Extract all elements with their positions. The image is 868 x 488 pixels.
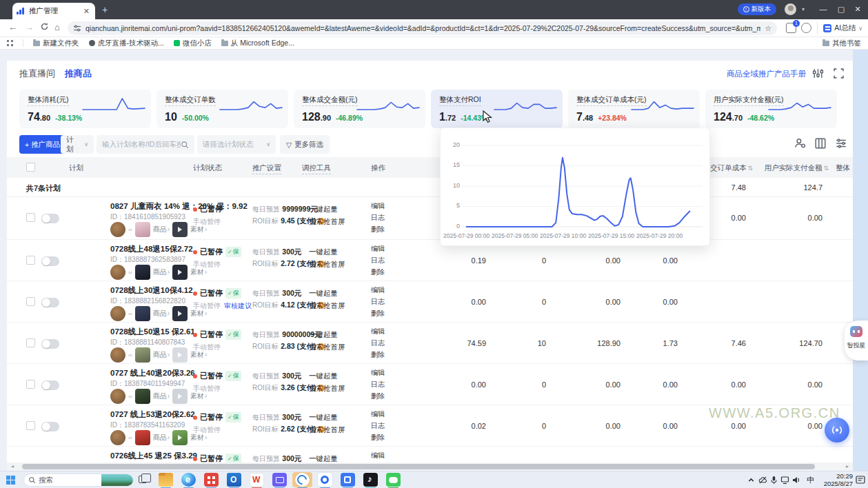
one-click-boost-link[interactable]: 一键起量 (309, 372, 338, 381)
table-row[interactable]: 0728线上50退15 保2.61 ID：1838881140807843 ∞ … (7, 323, 853, 364)
stat-card[interactable]: 用户实际支付金额(元) 124 .70 -48.62% (705, 90, 837, 128)
delete-link[interactable]: 删除 (371, 433, 385, 443)
search-top-screen-link[interactable]: 搜索抢首屏 (309, 301, 345, 311)
plan-title[interactable]: 0727 线上53退20保2.62 (110, 409, 195, 420)
log-link[interactable]: 日志 (371, 297, 385, 307)
delete-link[interactable]: 删除 (371, 309, 385, 318)
profile-caret-icon[interactable]: ▾ (802, 6, 805, 12)
one-click-boost-link[interactable]: 一键起量 (309, 205, 338, 214)
plan-title[interactable]: 0728线上48退15保2.72 (110, 244, 193, 254)
plan-toggle-switch[interactable] (41, 298, 59, 307)
tab-products[interactable]: 推商品 (65, 68, 92, 80)
plan-title[interactable]: 0727 线上40退20保3.26 (110, 368, 195, 378)
plan-type-select[interactable]: 计划 ∨ (61, 135, 94, 154)
notification-center-icon[interactable] (856, 476, 865, 484)
stat-card[interactable]: 整体成交订单成本(元) 7 .48 +23.84% (568, 90, 700, 128)
table-row[interactable]: 0827 儿童雨衣 14% 退：20% 保：9.92 ID：1841610851… (7, 197, 853, 240)
extensions-icon[interactable]: 1 (786, 23, 796, 33)
browser-tab[interactable]: 推广管理 ✕ (12, 3, 95, 19)
taskbar-app[interactable] (245, 471, 268, 488)
task-view-icon[interactable] (139, 476, 147, 483)
search-top-screen-link[interactable]: 搜索抢首屏 (309, 343, 345, 352)
taskbar-app[interactable] (200, 471, 223, 488)
taskbar-app[interactable] (336, 471, 359, 488)
product-link[interactable]: 商品 (153, 225, 170, 234)
delete-link[interactable]: 删除 (371, 225, 385, 234)
product-thumbnail[interactable] (135, 347, 150, 363)
settings-sliders-icon[interactable] (812, 68, 824, 79)
product-thumbnail[interactable] (135, 430, 150, 445)
row-checkbox[interactable] (26, 256, 35, 265)
search-top-screen-link[interactable]: 搜索抢首屏 (309, 384, 345, 394)
plan-toggle-switch[interactable] (41, 214, 59, 223)
audit-suggestion-link[interactable]: 审核建议 (224, 302, 252, 309)
one-click-boost-link[interactable]: 一键起量 (309, 289, 338, 298)
row-checkbox[interactable] (26, 421, 35, 430)
table-row[interactable]: 0727 线上40退20保3.26 ID：1838784011949947 ∞ … (7, 364, 853, 405)
column-settings-icon[interactable] (814, 137, 827, 150)
material-thumbnail[interactable] (172, 347, 188, 363)
table-row[interactable]: 0728线上48退15保2.72 ID：1838887362583897 ∞ 商… (7, 240, 853, 281)
material-thumbnail[interactable] (172, 265, 188, 280)
plan-search-input[interactable]: 输入计划名称/ID后回车搜索 (97, 135, 194, 154)
plan-title[interactable]: 0728线上30退10保4.12 (110, 285, 193, 296)
product-link[interactable]: 商品 (153, 392, 170, 401)
row-checkbox[interactable] (26, 213, 35, 222)
product-thumbnail[interactable] (135, 389, 150, 404)
plan-toggle-switch[interactable] (41, 380, 59, 390)
plan-title[interactable]: 0726线上45 退25 保3.29 (110, 451, 197, 461)
log-link[interactable]: 日志 (371, 421, 385, 431)
promote-product-button[interactable]: + 推广商品 (19, 135, 65, 154)
scroll-left-icon[interactable]: ◂ (11, 463, 14, 469)
bookmark-item[interactable]: 虎牙直播-技术驱动... (89, 39, 164, 48)
plan-title[interactable]: 0827 儿童雨衣 14% 退：20% 保：9.92 (110, 201, 248, 212)
new-tab-button[interactable]: + (102, 5, 108, 14)
stat-card[interactable]: 整体消耗(元) 74 .80 -38.13% (19, 90, 151, 128)
edit-link[interactable]: 编辑 (371, 201, 385, 211)
horizontal-scrollbar[interactable]: ◂ ▸ (7, 462, 853, 471)
taskbar-app[interactable] (268, 471, 291, 488)
header-plan[interactable]: 计划 (69, 163, 83, 173)
tab-live-room[interactable]: 推直播间 (19, 68, 55, 80)
bookmark-item[interactable]: 微信小店 (174, 39, 212, 48)
one-click-boost-link[interactable]: 一键起量 (309, 247, 338, 257)
log-link[interactable]: 日志 (371, 213, 385, 223)
row-checkbox[interactable] (26, 380, 35, 389)
taskbar-app[interactable] (291, 471, 314, 488)
site-settings-icon[interactable] (73, 24, 81, 32)
header-user-paid[interactable]: 用户实际支付金额⇅ (732, 163, 829, 173)
scrollbar-thumb[interactable] (22, 464, 815, 469)
filter-columns-icon[interactable] (835, 137, 847, 150)
edit-link[interactable]: 编辑 (371, 409, 385, 419)
row-checkbox[interactable] (26, 297, 35, 306)
plan-toggle-switch[interactable] (41, 339, 59, 349)
one-click-boost-link[interactable]: 一键起量 (309, 330, 338, 340)
material-thumbnail[interactable] (172, 222, 188, 237)
ai-summary-button[interactable]: AI总结 ∨ (817, 22, 862, 34)
plan-status-select[interactable]: 请筛选计划状态 ∨ (197, 135, 276, 154)
log-link[interactable]: 日志 (371, 380, 385, 389)
microphone-icon[interactable] (769, 476, 778, 485)
plan-toggle-switch[interactable] (41, 422, 59, 431)
edit-link[interactable]: 编辑 (371, 451, 385, 460)
header-tools[interactable]: 调控工具 (302, 163, 331, 174)
header-operations[interactable]: 操作 (371, 163, 385, 173)
material-thumbnail[interactable] (172, 430, 188, 445)
edit-link[interactable]: 编辑 (371, 368, 385, 378)
product-link[interactable]: 商品 (153, 267, 170, 277)
taskbar-app[interactable] (223, 471, 245, 488)
material-thumbnail[interactable] (172, 389, 188, 404)
delete-link[interactable]: 删除 (371, 267, 385, 277)
header-setting[interactable]: 推广设置 (252, 163, 281, 174)
product-manual-link[interactable]: 商品全域推广产品手册 (727, 69, 806, 79)
url-bar[interactable]: qianchuan.jinritemai.com/uni-prom?aavid=… (68, 21, 777, 35)
edit-link[interactable]: 编辑 (371, 285, 385, 295)
table-row[interactable]: 0728线上30退10保4.12 ID：1838882156822820 ∞ 商… (7, 281, 853, 323)
search-top-screen-link[interactable]: 搜索抢首屏 (309, 425, 345, 435)
row-checkbox[interactable] (26, 338, 35, 347)
stat-card[interactable]: 整体成交订单数 10 -50.00% (157, 90, 288, 128)
assistant-widget[interactable]: 智投星 (845, 321, 868, 360)
broadcast-fab-button[interactable] (825, 418, 849, 443)
material-thumbnail[interactable] (172, 306, 188, 321)
ime-indicator[interactable]: 中 (807, 475, 814, 485)
